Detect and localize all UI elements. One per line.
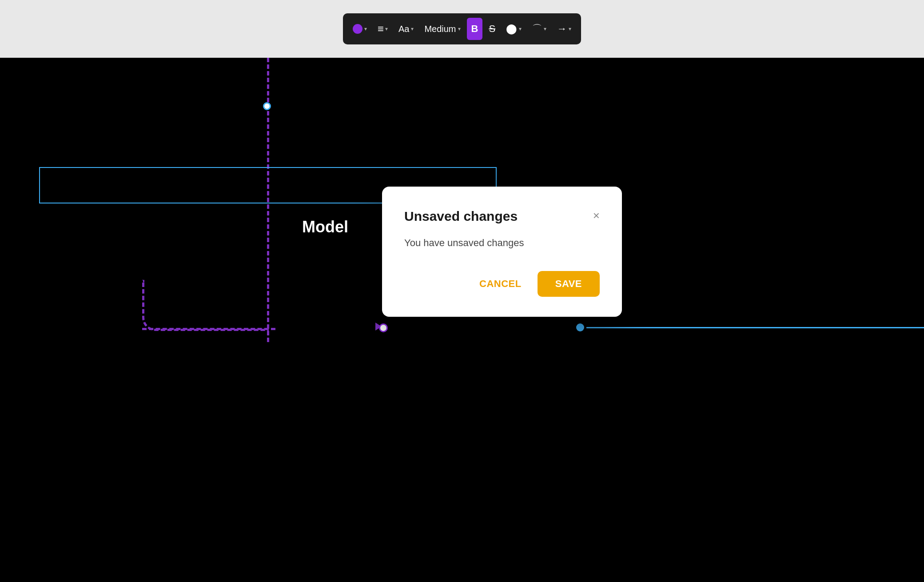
bold-button[interactable]: B <box>467 18 483 40</box>
lines-icon: ≡ <box>378 23 383 35</box>
color-chevron-icon: ▾ <box>364 26 367 32</box>
model-label: Model <box>302 218 348 236</box>
arrow-button[interactable]: → ▾ <box>553 18 576 40</box>
lines-style-button[interactable]: ≡ ▾ <box>373 18 392 40</box>
dashed-horizontal-line <box>142 328 275 330</box>
color-picker-button[interactable]: ▾ <box>348 18 371 40</box>
size-label: Medium <box>424 24 456 34</box>
size-button[interactable]: Medium ▾ <box>420 18 465 40</box>
unsaved-changes-dialog: Unsaved changes × You have unsaved chang… <box>382 187 622 317</box>
toolbar: ▾ ≡ ▾ Aa ▾ Medium ▾ B S ⬤ ▾ <box>343 13 581 44</box>
strikethrough-button[interactable]: S <box>484 18 500 40</box>
curve-button[interactable]: ⌒ ▾ <box>528 18 551 40</box>
font-button[interactable]: Aa ▾ <box>394 18 418 40</box>
dialog-header: Unsaved changes × <box>404 209 600 224</box>
dialog-footer: CANCEL SAVE <box>404 271 600 297</box>
curve-chevron-icon: ▾ <box>544 26 546 32</box>
dialog-body-text: You have unsaved changes <box>404 237 600 249</box>
arrow-chevron-icon: ▾ <box>569 26 571 32</box>
strikethrough-icon: S <box>489 23 495 35</box>
cancel-button[interactable]: CANCEL <box>472 274 529 294</box>
toolbar-area: ▾ ≡ ▾ Aa ▾ Medium ▾ B S ⬤ ▾ <box>0 0 924 58</box>
close-button[interactable]: × <box>593 210 600 221</box>
save-button[interactable]: SAVE <box>538 271 600 297</box>
canvas-area: Model <box>0 58 924 582</box>
handle-dot-bottom[interactable] <box>379 323 388 332</box>
lines-chevron-icon: ▾ <box>385 26 388 32</box>
pin-icon: ⬤ <box>506 23 517 35</box>
handle-dot-right[interactable] <box>576 323 584 331</box>
bold-icon: B <box>471 23 478 35</box>
color-circle-icon <box>353 24 362 34</box>
size-chevron-icon: ▾ <box>458 26 461 32</box>
handle-dot-top[interactable] <box>263 102 271 110</box>
dialog-title: Unsaved changes <box>404 209 518 224</box>
blue-line-right <box>586 327 924 328</box>
close-icon: × <box>593 209 600 222</box>
font-chevron-icon: ▾ <box>411 26 414 32</box>
arrow-icon: → <box>557 23 567 35</box>
font-icon: Aa <box>398 24 409 34</box>
pin-button[interactable]: ⬤ ▾ <box>502 18 526 40</box>
pin-chevron-icon: ▾ <box>519 26 522 32</box>
curve-icon: ⌒ <box>532 22 542 36</box>
dashed-corner-line <box>142 280 269 331</box>
